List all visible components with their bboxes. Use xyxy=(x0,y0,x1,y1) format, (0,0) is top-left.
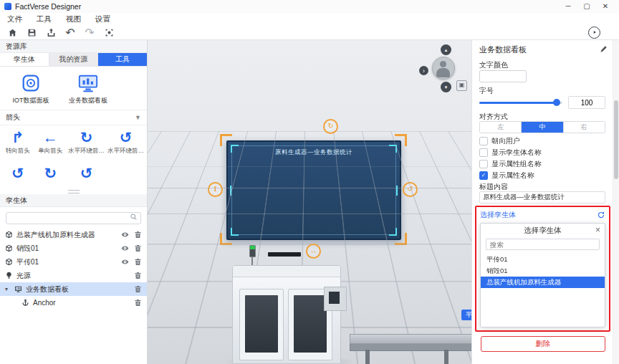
arrow-item[interactable]: ↻ xyxy=(34,163,67,189)
orbit-arrow-icon: ↺ xyxy=(106,129,145,146)
twin-row-child[interactable]: Anchor xyxy=(0,296,147,310)
undo-button[interactable]: ↶ xyxy=(65,27,75,37)
trash-icon[interactable] xyxy=(134,299,142,307)
dropdown-search-input[interactable] xyxy=(486,239,600,250)
cube-icon xyxy=(5,244,13,252)
arrow-group-header[interactable]: 箭头 ▼ xyxy=(0,110,147,125)
signal-tower xyxy=(249,245,255,266)
arrow-item[interactable]: ↺ 水平环绕箭… xyxy=(106,127,145,163)
arrow-group-label: 箭头 xyxy=(6,112,20,123)
checkbox-icon xyxy=(479,160,488,168)
expander-caret-icon[interactable]: ▾ xyxy=(5,286,11,292)
arrow-item[interactable]: ← 单向箭头 xyxy=(34,127,67,163)
twin-row-selected[interactable]: ▾ 业务数据看板 xyxy=(0,282,147,296)
menu-file[interactable]: 文件 xyxy=(7,14,22,24)
arrow-item[interactable]: ↻ 水平环绕箭… xyxy=(67,127,106,163)
align-left-button[interactable]: 左 xyxy=(480,122,522,133)
tab-my-resources[interactable]: 我的资源 xyxy=(49,53,99,66)
view-down-button[interactable]: ▼ xyxy=(441,82,451,92)
tab-tools[interactable]: 工具 xyxy=(98,53,147,66)
text-color-swatch[interactable] xyxy=(479,70,527,82)
view-up-button[interactable]: ▲ xyxy=(441,44,451,55)
redo-button[interactable]: ↷ xyxy=(85,27,95,37)
cube-icon xyxy=(5,231,13,239)
twin-row[interactable]: 平传01 xyxy=(0,255,147,269)
minimize-button[interactable]: ─ xyxy=(559,0,577,13)
checkbox-show-twin-name[interactable]: 显示孪生体名称 xyxy=(479,148,605,157)
twin-row[interactable]: 销毁01 xyxy=(0,241,147,255)
app-logo-icon xyxy=(4,3,11,10)
export-button[interactable] xyxy=(46,27,56,37)
viewport-3d[interactable]: 原料生成器—业务数据统计 ↻ I ↺ ↔ xyxy=(148,40,471,364)
twins-header: 孪生体 xyxy=(0,194,147,207)
trash-icon[interactable] xyxy=(134,272,142,279)
dropdown-option[interactable]: 平传01 xyxy=(481,254,605,265)
twin-label: 总装产线机加原料生成器 xyxy=(16,230,95,240)
arrow-item[interactable]: ↱ 转向箭头 xyxy=(1,127,34,163)
menu-tools[interactable]: 工具 xyxy=(37,14,52,24)
screenshot-button[interactable] xyxy=(104,27,114,37)
checkbox-face-user[interactable]: 朝向用户 xyxy=(479,136,605,145)
arrow-item[interactable]: ↺ xyxy=(1,163,34,189)
eye-icon[interactable] xyxy=(121,244,129,252)
arrow-item[interactable]: ↺ xyxy=(67,163,106,189)
delete-button[interactable]: 删除 xyxy=(481,336,605,352)
eye-icon[interactable] xyxy=(121,231,129,239)
title-content-input[interactable] xyxy=(479,191,605,203)
view-side-button[interactable]: › xyxy=(419,66,428,75)
twin-name-tag: 平传 xyxy=(461,310,471,320)
align-center-button[interactable]: 中 xyxy=(522,122,563,133)
tool-iot-panel[interactable]: IOT数据面板 xyxy=(10,72,52,105)
chevron-down-icon: ▼ xyxy=(135,114,141,121)
trash-icon[interactable] xyxy=(134,285,142,293)
data-board[interactable]: 原料生成器—业务数据统计 xyxy=(226,140,401,240)
tool-label: IOT数据面板 xyxy=(13,96,49,105)
menu-view[interactable]: 视图 xyxy=(66,14,81,24)
machine-model[interactable] xyxy=(232,255,347,364)
refresh-icon[interactable] xyxy=(597,211,605,219)
checkbox-show-attr-name[interactable]: ✓ 显示属性名称 xyxy=(479,171,605,180)
panel-resize-handle[interactable] xyxy=(0,188,147,194)
view-mode-icon[interactable]: ▣ xyxy=(456,80,467,91)
title-bar: FactVerse Designer ─ ▢ ✕ xyxy=(0,0,619,13)
search-icon xyxy=(130,213,138,221)
dropdown-option-selected[interactable]: 总装产线机加原料生成器 xyxy=(481,277,605,288)
trash-icon[interactable] xyxy=(134,231,142,239)
twin-row[interactable]: 总装产线机加原料生成器 xyxy=(0,228,147,241)
tool-business-dashboard[interactable]: 业务数据看板 xyxy=(67,72,109,105)
conveyor-model[interactable] xyxy=(350,334,471,364)
save-button[interactable] xyxy=(27,27,37,37)
rotate-handle[interactable]: ↻ xyxy=(323,119,338,134)
font-size-slider[interactable] xyxy=(479,102,562,104)
font-size-input[interactable] xyxy=(568,96,605,109)
checkbox-show-attr-group[interactable]: 显示属性组名称 xyxy=(479,159,605,168)
single-arrow-icon: ← xyxy=(34,129,67,146)
trash-icon[interactable] xyxy=(134,258,142,266)
maximize-button[interactable]: ▢ xyxy=(577,0,596,13)
menu-settings[interactable]: 设置 xyxy=(95,14,110,24)
edit-pencil-icon[interactable] xyxy=(600,45,608,53)
slider-thumb[interactable] xyxy=(553,99,560,106)
twin-list: 总装产线机加原料生成器 销毁01 平传01 xyxy=(0,228,147,364)
select-twin-label[interactable]: 选择孪生体 xyxy=(480,210,516,220)
arrow-library: ↱ 转向箭头 ← 单向箭头 ↻ 水平环绕箭… ↺ 水平环绕箭… ↺ ↻ ↺ xyxy=(0,125,147,188)
home-button[interactable] xyxy=(7,27,17,37)
align-right-button[interactable]: 右 xyxy=(564,122,605,133)
inspector-scrollbar[interactable] xyxy=(613,40,619,364)
twin-search-input[interactable] xyxy=(6,212,141,224)
rotate-handle[interactable]: ↺ xyxy=(403,182,418,197)
preview-play-button[interactable] xyxy=(588,27,600,39)
scrollbar-thumb[interactable] xyxy=(614,100,618,179)
eye-icon[interactable] xyxy=(121,258,129,266)
close-icon[interactable]: × xyxy=(595,225,600,235)
avatar-view-button[interactable] xyxy=(432,57,455,80)
twin-label: 销毁01 xyxy=(16,244,39,254)
avatar-icon xyxy=(440,61,446,67)
tab-twins[interactable]: 孪生体 xyxy=(0,53,49,66)
trash-icon[interactable] xyxy=(134,244,142,252)
twin-row[interactable]: 光源 xyxy=(0,269,147,282)
scale-handle[interactable]: I xyxy=(208,182,223,197)
close-button[interactable]: ✕ xyxy=(596,0,615,13)
dropdown-option[interactable]: 销毁01 xyxy=(481,265,605,277)
inspector-panel: 业务数据看板 文字颜色 字号 对齐方式 左 中 右 朝向用户 xyxy=(471,40,613,364)
